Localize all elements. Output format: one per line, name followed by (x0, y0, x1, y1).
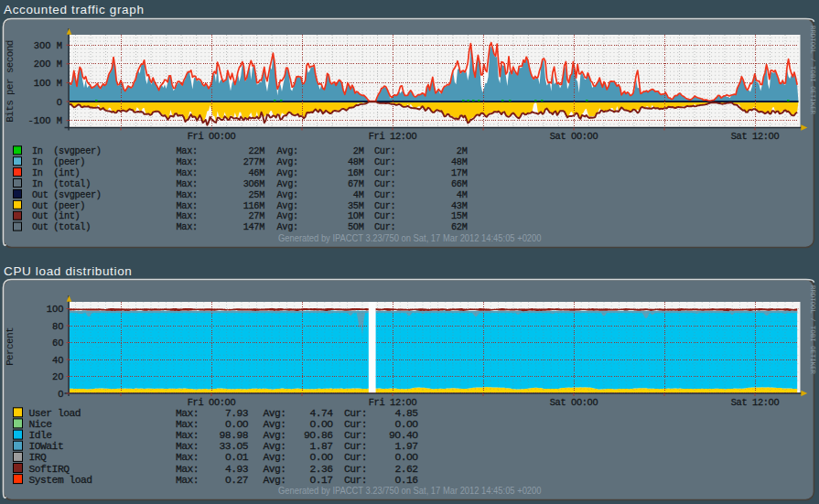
svg-text:Cur:: Cur: (374, 201, 395, 211)
svg-text:Fri OO:OO: Fri OO:OO (188, 397, 236, 408)
svg-text:1OO M: 1OO M (34, 78, 62, 89)
svg-text:Cur:: Cur: (374, 222, 395, 232)
svg-text:25M: 25M (249, 190, 265, 200)
svg-text:O: O (58, 389, 63, 400)
svg-text:Avg:: Avg: (264, 464, 286, 475)
svg-text:System load: System load (29, 475, 92, 486)
svg-text:Max:: Max: (176, 464, 199, 475)
svg-text:2.62: 2.62 (394, 464, 417, 475)
svg-text:4M: 4M (353, 190, 364, 200)
svg-text:In (total): In (total) (32, 179, 91, 189)
svg-text:O.OO: O.OO (394, 419, 418, 430)
svg-text:In (svgpeer): In (svgpeer) (32, 146, 102, 156)
svg-text:IRQ: IRQ (29, 452, 48, 463)
svg-text:27M: 27M (249, 211, 265, 221)
svg-text:2M: 2M (457, 146, 468, 156)
svg-text:O.27: O.27 (225, 475, 248, 486)
svg-text:Avg:: Avg: (277, 211, 298, 221)
svg-text:Bits per second: Bits per second (5, 40, 16, 122)
svg-text:Avg:: Avg: (277, 146, 298, 156)
svg-text:Max:: Max: (176, 475, 199, 486)
svg-text:Avg:: Avg: (264, 408, 286, 419)
svg-text:Cur:: Cur: (344, 464, 367, 475)
svg-text:4O: 4O (52, 355, 63, 366)
svg-text:Out (peer): Out (peer) (32, 201, 85, 211)
svg-text:O.17: O.17 (309, 475, 332, 486)
svg-text:Cur:: Cur: (344, 452, 367, 463)
svg-text:O: O (57, 97, 62, 108)
svg-text:5OM: 5OM (348, 222, 364, 232)
svg-text:O.OO: O.OO (309, 419, 333, 430)
svg-text:Max:: Max: (177, 211, 198, 221)
svg-text:Cur:: Cur: (344, 408, 367, 419)
svg-text:Avg:: Avg: (277, 201, 298, 211)
svg-text:O.O1: O.O1 (225, 452, 249, 463)
svg-text:3OO M: 3OO M (34, 40, 62, 51)
svg-text:2M: 2M (353, 146, 364, 156)
svg-text:98.98: 98.98 (220, 430, 249, 441)
svg-text:Avg:: Avg: (277, 157, 298, 167)
svg-text:RRDTOOL / TOBI OETIKER: RRDTOOL / TOBI OETIKER (809, 285, 816, 374)
svg-text:O.OO: O.OO (309, 452, 333, 463)
svg-text:Cur:: Cur: (374, 211, 395, 221)
svg-text:1.97: 1.97 (394, 441, 417, 452)
svg-text:33.O5: 33.O5 (220, 441, 249, 452)
svg-text:48M: 48M (348, 157, 364, 167)
svg-text:Avg:: Avg: (277, 179, 298, 189)
svg-text:43M: 43M (451, 201, 468, 211)
svg-text:Max:: Max: (176, 452, 199, 463)
svg-text:Max:: Max: (176, 441, 199, 452)
svg-text:2.36: 2.36 (309, 464, 333, 475)
svg-text:Avg:: Avg: (277, 222, 298, 232)
svg-text:116M: 116M (243, 201, 264, 211)
svg-text:1.87: 1.87 (309, 441, 332, 452)
svg-text:Max:: Max: (177, 190, 198, 200)
svg-text:Generated by IPACCT 3.23/750 o: Generated by IPACCT 3.23/750 on Sat, 17 … (278, 233, 542, 243)
svg-text:Max:: Max: (177, 179, 198, 189)
svg-text:O.16: O.16 (394, 475, 418, 486)
svg-text:67M: 67M (348, 179, 364, 189)
svg-text:Max:: Max: (177, 201, 198, 211)
svg-text:2O: 2O (52, 371, 63, 382)
svg-text:SoftIRQ: SoftIRQ (29, 464, 70, 475)
svg-text:147M: 147M (243, 222, 264, 232)
svg-text:Cur:: Cur: (344, 419, 367, 430)
svg-text:Cur:: Cur: (374, 190, 395, 200)
svg-text:4.74: 4.74 (309, 408, 333, 419)
svg-text:4.85: 4.85 (394, 408, 418, 419)
svg-text:Percent: Percent (5, 327, 16, 366)
svg-text:Generated by IPACCT 3.23/750 o: Generated by IPACCT 3.23/750 on Sat, 17 … (278, 486, 542, 496)
svg-text:1OM: 1OM (348, 211, 364, 221)
svg-text:User load: User load (29, 408, 81, 419)
svg-text:2OO M: 2OO M (34, 59, 62, 70)
svg-text:Avg:: Avg: (264, 419, 286, 430)
svg-text:Cur:: Cur: (374, 179, 395, 189)
svg-text:46M: 46M (249, 168, 265, 178)
svg-text:Sat OO:OO: Sat OO:OO (550, 397, 598, 408)
svg-text:3O6M: 3O6M (243, 179, 264, 189)
svg-text:Cur:: Cur: (344, 430, 367, 441)
svg-text:Avg:: Avg: (264, 430, 286, 441)
svg-text:9O.86: 9O.86 (304, 430, 333, 441)
svg-text:4M: 4M (457, 190, 468, 200)
svg-text:Max:: Max: (177, 146, 198, 156)
svg-text:Out (int): Out (int) (32, 211, 80, 221)
svg-text:9O.4O: 9O.4O (389, 430, 418, 441)
svg-text:8O: 8O (52, 321, 63, 332)
svg-text:Out (total): Out (total) (32, 222, 91, 232)
svg-text:Sat 12:OO: Sat 12:OO (731, 131, 780, 142)
svg-text:15M: 15M (451, 211, 468, 221)
svg-text:Cur:: Cur: (374, 168, 395, 178)
svg-text:Max:: Max: (176, 408, 199, 419)
svg-text:Avg:: Avg: (264, 452, 286, 463)
svg-text:IOWait: IOWait (29, 441, 64, 452)
svg-text:Fri 12:OO: Fri 12:OO (369, 397, 417, 408)
svg-text:Max:: Max: (177, 157, 198, 167)
svg-text:7.93: 7.93 (225, 408, 249, 419)
svg-text:In (peer): In (peer) (32, 157, 85, 167)
svg-text:17M: 17M (451, 168, 468, 178)
svg-text:Max:: Max: (177, 168, 198, 178)
svg-text:1OO: 1OO (47, 304, 64, 315)
svg-text:Cur:: Cur: (344, 475, 367, 486)
svg-text:Fri 12:OO: Fri 12:OO (369, 131, 417, 142)
